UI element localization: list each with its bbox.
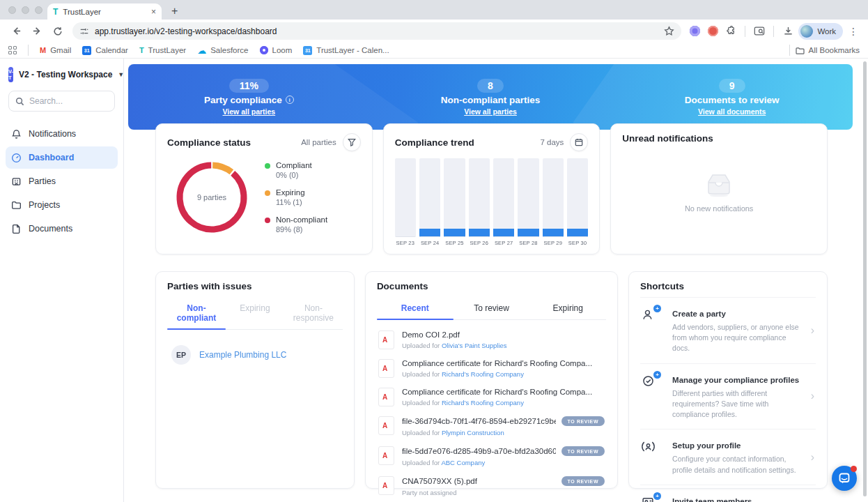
bookmark-trustlayer[interactable]: TTrustLayer (139, 46, 186, 54)
svg-text:A: A (382, 393, 387, 401)
bookmark-loom[interactable]: Loom (260, 46, 293, 54)
download-icon[interactable] (780, 24, 796, 39)
sidebar-item-label: Dashboard (29, 153, 74, 162)
document-row[interactable]: A Demo COI 2.pdf Uploaded for Olivia's P… (377, 326, 606, 354)
card-title: Shortcuts (640, 281, 684, 291)
trend-bar-fill (518, 229, 538, 237)
sidebar-item-parties[interactable]: Parties (6, 170, 118, 192)
document-name[interactable]: Compliance certificate for Richard's Roo… (402, 388, 605, 396)
view-all-parties-link[interactable]: View all parties (222, 107, 275, 116)
tab-expiring[interactable]: Expiring (226, 298, 284, 329)
extension-icon-purple[interactable] (687, 24, 702, 39)
bookmark-salesforce[interactable]: ☁Salesforce (197, 46, 248, 55)
url-bar[interactable]: app.trustlayer.io/v2-testing-workspace/d… (72, 22, 681, 40)
profile-name: Work (817, 27, 836, 36)
bookmark-trustlayer-calendar[interactable]: 31TrustLayer - Calen... (303, 46, 389, 55)
party-list-item[interactable]: EP Example Plumbing LLC (167, 345, 343, 365)
documents-card: Documents Recent To review Expiring A De… (365, 271, 618, 489)
filter-button[interactable] (343, 133, 361, 151)
reload-button[interactable] (49, 22, 67, 40)
building-icon (11, 176, 22, 187)
pdf-file-icon: A (378, 388, 394, 406)
loom-icon (260, 46, 268, 54)
tab-expiring-docs[interactable]: Expiring (529, 298, 606, 319)
all-bookmarks-button[interactable]: All Bookmarks (796, 46, 860, 54)
sidebar-item-projects[interactable]: Projects (6, 194, 118, 216)
sidebar-item-dashboard[interactable]: Dashboard (6, 146, 118, 169)
shortcut-create-party[interactable]: + Create a party Add vendors, suppliers,… (640, 297, 816, 363)
document-row[interactable]: A Compliance certificate for Richard's R… (377, 383, 606, 411)
new-tab-button[interactable]: + (171, 5, 178, 17)
side-panel-icon[interactable] (752, 24, 767, 39)
invite-person-plus-icon: + (642, 496, 662, 502)
calendar-range-button[interactable] (570, 133, 588, 151)
browser-tab-trustlayer[interactable]: T TrustLayer × (47, 3, 162, 20)
party-link[interactable]: Olivia's Paint Supplies (442, 342, 507, 349)
dashboard-main: 11% Party compliancei View all parties 8… (124, 59, 868, 502)
tab-non-compliant[interactable]: Non-compliant (167, 298, 226, 329)
bookmark-calendar[interactable]: 31Calendar (82, 46, 128, 55)
tab-recent[interactable]: Recent (377, 298, 454, 319)
document-name[interactable]: file-5dd7e076-d285-49b9-a70e-bfd2a30d60.… (402, 447, 556, 455)
card-title: Documents (377, 281, 428, 291)
pdf-file-icon: A (378, 330, 394, 349)
tab-to-review[interactable]: To review (454, 298, 530, 319)
document-name[interactable]: CNA75079XX (5).pdf (402, 477, 556, 485)
document-name[interactable]: Demo COI 2.pdf (402, 330, 605, 339)
document-row[interactable]: A Compliance certificate for Richard's R… (377, 354, 606, 383)
notifications-empty-state: No new notifications (622, 144, 816, 241)
party-link[interactable]: ABC Company (441, 459, 485, 466)
back-button[interactable] (7, 22, 25, 40)
donut-legend: Compliant0% (0) Expiring11% (1) Non-comp… (265, 161, 327, 234)
bookmarks-bar: MGmail 31Calendar TTrustLayer ☁Salesforc… (0, 43, 868, 59)
search-input[interactable]: Search... (8, 91, 115, 112)
minimize-window-button[interactable] (22, 6, 29, 14)
parties-tabs: Non-compliant Expiring Non-responsive (167, 298, 343, 330)
party-link[interactable]: Plympin Construction (442, 429, 504, 436)
document-row[interactable]: A file-5dd7e076-d285-49b9-a70e-bfd2a30d6… (377, 441, 606, 471)
maximize-window-button[interactable] (35, 6, 42, 14)
apps-grid-icon[interactable] (8, 46, 17, 54)
shortcut-invite-team[interactable]: + Invite team members Invite co-workers … (640, 485, 816, 502)
browser-menu-icon[interactable]: ⋮ (846, 26, 861, 37)
url-text[interactable]: app.trustlayer.io/v2-testing-workspace/d… (95, 26, 658, 36)
bell-icon (11, 129, 22, 139)
close-window-button[interactable] (8, 6, 16, 14)
site-settings-icon[interactable] (79, 26, 89, 36)
party-link[interactable]: Richard's Roofing Company (442, 370, 524, 378)
trend-bar-fill (444, 229, 465, 237)
profile-chip[interactable]: Work (798, 23, 843, 40)
shortcut-manage-profiles[interactable]: + Manage your compliance profiles Differ… (640, 363, 816, 429)
document-row[interactable]: A file-36d794cb-70f1-4f76-8594-eb29271c9… (377, 411, 606, 441)
bookmark-star-icon[interactable] (664, 26, 674, 36)
close-tab-icon[interactable]: × (151, 8, 156, 16)
forward-button[interactable] (28, 22, 46, 40)
info-icon[interactable]: i (286, 96, 294, 104)
sidebar-item-label: Notifications (29, 129, 76, 139)
view-all-documents-link[interactable]: View all documents (698, 107, 766, 116)
tab-non-responsive[interactable]: Non-responsive (284, 298, 343, 329)
window-controls[interactable] (8, 6, 42, 14)
extension-icon-red[interactable] (705, 24, 720, 39)
shortcut-title: Manage your compliance profiles (672, 376, 799, 384)
chevron-right-icon: › (811, 324, 814, 337)
trend-bar: SEP 25 (444, 158, 465, 246)
party-name-link[interactable]: Example Plumbing LLC (199, 350, 286, 360)
extensions-puzzle-icon[interactable] (723, 24, 738, 39)
bookmark-gmail[interactable]: MGmail (40, 46, 71, 54)
sidebar-item-documents[interactable]: Documents (6, 218, 118, 240)
compliance-donut: 9 parties (173, 158, 251, 236)
workspace-switcher[interactable]: V-T V2 - Testing Workspace ▼ (8, 67, 115, 82)
svg-text:A: A (382, 336, 387, 344)
document-row[interactable]: A CNA75079XX (5).pdfTO REVIEW Party not … (377, 471, 606, 501)
document-name[interactable]: file-36d794cb-70f1-4f76-8594-eb29271c9be… (402, 417, 556, 425)
party-link[interactable]: Richard's Roofing Company (442, 399, 524, 406)
sidebar-item-notifications[interactable]: Notifications (6, 123, 118, 145)
document-name[interactable]: Compliance certificate for Richard's Roo… (402, 359, 605, 367)
card-title: Unread notifications (622, 133, 713, 144)
trend-bar-chart: SEP 23 SEP 24 SEP 25 SEP 26 SEP 27 SEP 2… (395, 158, 589, 246)
view-all-parties-link-2[interactable]: View all parties (464, 107, 517, 116)
shortcut-setup-profile[interactable]: Setup your profile Configure your contac… (640, 429, 816, 484)
compliance-trend-card: Compliance trend 7 days SEP 23 SEP 24 SE… (383, 123, 600, 254)
red-dot-icon (265, 218, 270, 223)
